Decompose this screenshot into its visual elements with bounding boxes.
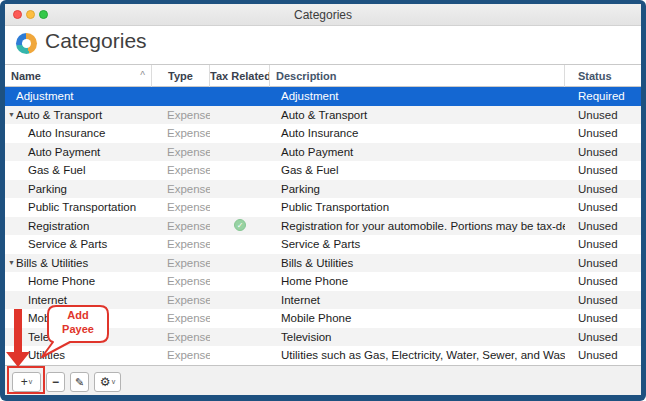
cell-type: Expense <box>152 180 210 199</box>
table-row[interactable]: ▼Bills & UtilitiesExpenseBills & Utiliti… <box>5 254 641 273</box>
cell-description: Public Transportation <box>270 198 565 217</box>
disclosure-triangle-icon[interactable]: ▼ <box>7 254 16 273</box>
table-row[interactable]: AdjustmentAdjustmentRequired <box>5 87 641 106</box>
pencil-icon: ✎ <box>75 376 84 388</box>
cell-type: Expense <box>152 291 210 310</box>
cell-description: Service & Parts <box>270 235 565 254</box>
cell-name: Registration <box>5 217 152 236</box>
cell-tax-related <box>210 328 270 347</box>
cell-status: Unused <box>565 198 641 217</box>
cell-tax-related: ✓ <box>210 217 270 236</box>
gear-icon: ⚙ <box>100 375 111 389</box>
column-header-tax-related[interactable]: Tax Related <box>210 65 270 87</box>
cell-status: Unused <box>565 161 641 180</box>
annotation-arrow-shaft <box>14 309 22 353</box>
tax-check-icon: ✓ <box>234 219 246 231</box>
cell-tax-related <box>210 346 270 365</box>
cell-status: Unused <box>565 143 641 162</box>
cell-name: Home Phone <box>5 272 152 291</box>
cell-type: Expense <box>152 143 210 162</box>
actions-menu-button[interactable]: ⚙v <box>94 372 121 392</box>
cell-description: Utilities such as Gas, Electricity, Wate… <box>270 346 565 365</box>
cell-tax-related <box>210 87 270 106</box>
table-row[interactable]: Public TransportationExpensePublic Trans… <box>5 198 641 217</box>
cell-description: Home Phone <box>270 272 565 291</box>
cell-name: Gas & Fuel <box>5 161 152 180</box>
remove-category-button[interactable]: − <box>46 372 65 392</box>
cell-tax-related <box>210 309 270 328</box>
cell-name: ▼Bills & Utilities <box>5 254 152 273</box>
cell-status: Unused <box>565 217 641 236</box>
cell-status: Unused <box>565 254 641 273</box>
column-header-type[interactable]: Type <box>152 65 210 87</box>
cell-status: Unused <box>565 106 641 125</box>
annotation-callout-text: Add Payee <box>48 308 108 336</box>
cell-name: Service & Parts <box>5 235 152 254</box>
table-row[interactable]: ParkingExpenseParkingUnused <box>5 180 641 199</box>
cell-name: Auto Payment <box>5 143 152 162</box>
disclosure-triangle-icon[interactable]: ▼ <box>7 106 16 125</box>
cell-type: Expense <box>152 198 210 217</box>
cell-description: Gas & Fuel <box>270 161 565 180</box>
cell-type: Expense <box>152 272 210 291</box>
cell-name: Public Transportation <box>5 198 152 217</box>
cell-type: Expense <box>152 161 210 180</box>
window-frame: Categories Categories Name ^ Type Tax Re… <box>0 0 646 401</box>
cell-description: Television <box>270 328 565 347</box>
cell-status: Required <box>565 87 641 106</box>
cell-name: Parking <box>5 180 152 199</box>
cell-description: Adjustment <box>270 87 565 106</box>
cell-description: Internet <box>270 291 565 310</box>
table-row[interactable]: RegistrationExpense✓Registration for you… <box>5 217 641 236</box>
cell-type: Expense <box>152 328 210 347</box>
cell-status: Unused <box>565 272 641 291</box>
cell-tax-related <box>210 180 270 199</box>
window-title: Categories <box>5 8 641 22</box>
cell-type: Expense <box>152 254 210 273</box>
cell-tax-related <box>210 291 270 310</box>
page-header: Categories <box>5 27 641 64</box>
annotation-arrow-head <box>6 352 30 367</box>
cell-status: Unused <box>565 328 641 347</box>
title-bar[interactable]: Categories <box>5 4 641 26</box>
cell-tax-related <box>210 254 270 273</box>
cell-name: ▼Auto & Transport <box>5 106 152 125</box>
column-header-status[interactable]: Status <box>565 65 641 87</box>
cell-description: Parking <box>270 180 565 199</box>
cell-type: Expense <box>152 124 210 143</box>
table-row[interactable]: ▼Auto & TransportExpenseAuto & Transport… <box>5 106 641 125</box>
cell-status: Unused <box>565 291 641 310</box>
cell-description: Bills & Utilities <box>270 254 565 273</box>
table-row[interactable]: Home PhoneExpenseHome PhoneUnused <box>5 272 641 291</box>
cell-tax-related <box>210 272 270 291</box>
column-header-description[interactable]: Description <box>270 65 565 87</box>
cell-description: Registration for your automobile. Portio… <box>270 217 565 236</box>
cell-tax-related <box>210 124 270 143</box>
cell-tax-related <box>210 143 270 162</box>
cell-name: Auto Insurance <box>5 124 152 143</box>
cell-type: Expense <box>152 217 210 236</box>
table-row[interactable]: Auto PaymentExpenseAuto PaymentUnused <box>5 143 641 162</box>
donut-chart-icon <box>16 33 37 54</box>
cell-tax-related <box>210 198 270 217</box>
cell-description: Mobile Phone <box>270 309 565 328</box>
table-row[interactable]: Gas & FuelExpenseGas & FuelUnused <box>5 161 641 180</box>
page-title: Categories <box>45 29 147 53</box>
table-header: Name ^ Type Tax Related Description Stat… <box>5 64 641 87</box>
column-header-name[interactable]: Name ^ <box>5 65 152 87</box>
cell-type: Expense <box>152 235 210 254</box>
cell-tax-related <box>210 106 270 125</box>
cell-status: Unused <box>565 180 641 199</box>
table-row[interactable]: Auto InsuranceExpenseAuto InsuranceUnuse… <box>5 124 641 143</box>
table-row[interactable]: Service & PartsExpenseService & PartsUnu… <box>5 235 641 254</box>
cell-status: Unused <box>565 124 641 143</box>
cell-type: Expense <box>152 346 210 365</box>
cell-type <box>152 87 210 106</box>
cell-status: Unused <box>565 346 641 365</box>
cell-description: Auto & Transport <box>270 106 565 125</box>
cell-status: Unused <box>565 309 641 328</box>
cell-tax-related <box>210 235 270 254</box>
edit-category-button[interactable]: ✎ <box>70 372 89 392</box>
app-window: Categories Categories Name ^ Type Tax Re… <box>5 4 641 395</box>
cell-description: Auto Payment <box>270 143 565 162</box>
